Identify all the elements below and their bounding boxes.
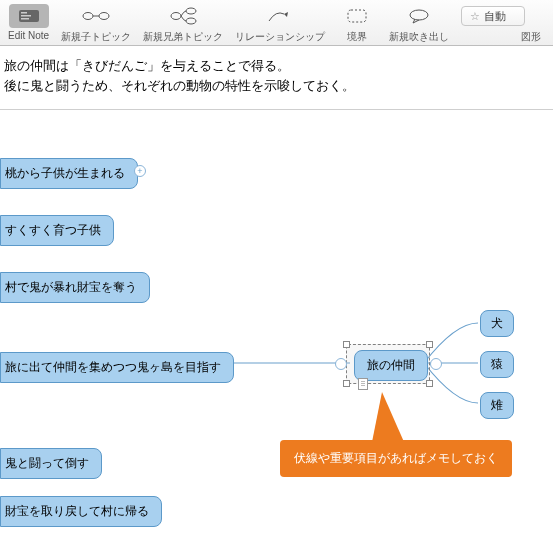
- add-child-handle[interactable]: +: [134, 165, 146, 177]
- svg-rect-1: [21, 12, 27, 14]
- callout-box[interactable]: 伏線や重要項目があればメモしておく: [280, 440, 512, 477]
- note-line: 旅の仲間は「きびだんご」を与えることで得る。: [4, 56, 545, 76]
- note-attached-icon[interactable]: [358, 378, 368, 390]
- note-icon: [9, 4, 49, 28]
- boundary-button[interactable]: 境界: [333, 2, 381, 44]
- svg-rect-2: [21, 15, 31, 17]
- sibling-topic-icon: [163, 4, 203, 28]
- add-handle-left[interactable]: [335, 358, 347, 370]
- topic-node[interactable]: 猿: [480, 351, 514, 378]
- svg-rect-9: [348, 10, 366, 22]
- topic-node[interactable]: 鬼と闘って倒す: [0, 448, 102, 479]
- star-icon: ☆: [470, 10, 480, 23]
- topic-node[interactable]: 財宝を取り戻して村に帰る: [0, 496, 162, 527]
- shape-label: 図形: [521, 30, 541, 44]
- topic-node[interactable]: 犬: [480, 310, 514, 337]
- boundary-icon: [337, 4, 377, 28]
- auto-label: 自動: [484, 9, 506, 24]
- svg-point-6: [171, 13, 181, 20]
- topic-node[interactable]: 桃から子供が生まれる: [0, 158, 138, 189]
- topic-node[interactable]: すくすく育つ子供: [0, 215, 114, 246]
- toolbar: Edit Note 新規子トピック 新規兄弟トピック リレーションシップ 境界 …: [0, 0, 553, 46]
- topic-node[interactable]: 村で鬼が暴れ財宝を奪う: [0, 272, 150, 303]
- topic-node[interactable]: 雉: [480, 392, 514, 419]
- button-label: 新規兄弟トピック: [143, 30, 223, 44]
- relationship-icon: [260, 4, 300, 28]
- svg-rect-3: [21, 18, 29, 20]
- new-sibling-topic-button[interactable]: 新規兄弟トピック: [139, 2, 227, 44]
- new-child-topic-button[interactable]: 新規子トピック: [57, 2, 135, 44]
- callout-tail: [372, 392, 404, 442]
- svg-point-8: [186, 18, 196, 24]
- note-editor[interactable]: 旅の仲間は「きびだんご」を与えることで得る。 後に鬼と闘うため、それぞれの動物の…: [0, 46, 553, 110]
- auto-dropdown[interactable]: ☆ 自動: [461, 6, 525, 26]
- mindmap-canvas[interactable]: 桃から子供が生まれる + すくすく育つ子供 村で鬼が暴れ財宝を奪う 旅に出て仲間…: [0, 110, 553, 530]
- edit-note-button[interactable]: Edit Note: [4, 2, 53, 41]
- topic-node[interactable]: 旅に出て仲間を集めつつ鬼ヶ島を目指す: [0, 352, 234, 383]
- svg-point-4: [83, 13, 93, 20]
- add-handle-right[interactable]: [430, 358, 442, 370]
- new-callout-button[interactable]: 新規吹き出し: [385, 2, 453, 44]
- callout-icon: [399, 4, 439, 28]
- button-label: 新規吹き出し: [389, 30, 449, 44]
- svg-point-10: [410, 10, 428, 20]
- relationship-button[interactable]: リレーションシップ: [231, 2, 329, 44]
- svg-point-7: [186, 8, 196, 14]
- callout-text: 伏線や重要項目があればメモしておく: [294, 451, 498, 465]
- button-label: リレーションシップ: [235, 30, 325, 44]
- note-line: 後に鬼と闘うため、それぞれの動物の特性を示唆しておく。: [4, 76, 545, 96]
- button-label: 境界: [347, 30, 367, 44]
- topic-node-selected[interactable]: 旅の仲間: [354, 350, 428, 381]
- button-label: 新規子トピック: [61, 30, 131, 44]
- svg-point-5: [99, 13, 109, 20]
- button-label: Edit Note: [8, 30, 49, 41]
- child-topic-icon: [76, 4, 116, 28]
